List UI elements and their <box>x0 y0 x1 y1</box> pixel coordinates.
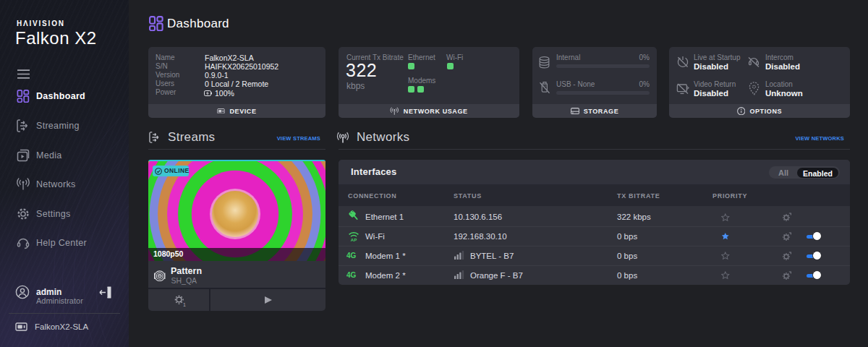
svg-text:1: 1 <box>183 302 186 307</box>
svg-text:AP: AP <box>351 238 357 242</box>
